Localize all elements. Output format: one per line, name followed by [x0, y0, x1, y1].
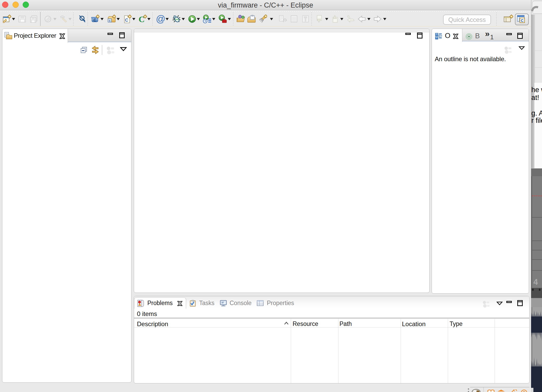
svg-text:C: C	[138, 15, 144, 23]
svg-text:C: C	[93, 18, 96, 22]
svg-text:@: @	[156, 15, 165, 23]
svg-text:C: C	[125, 18, 128, 23]
svg-text:C: C	[521, 18, 524, 23]
svg-text:c: c	[109, 19, 111, 22]
